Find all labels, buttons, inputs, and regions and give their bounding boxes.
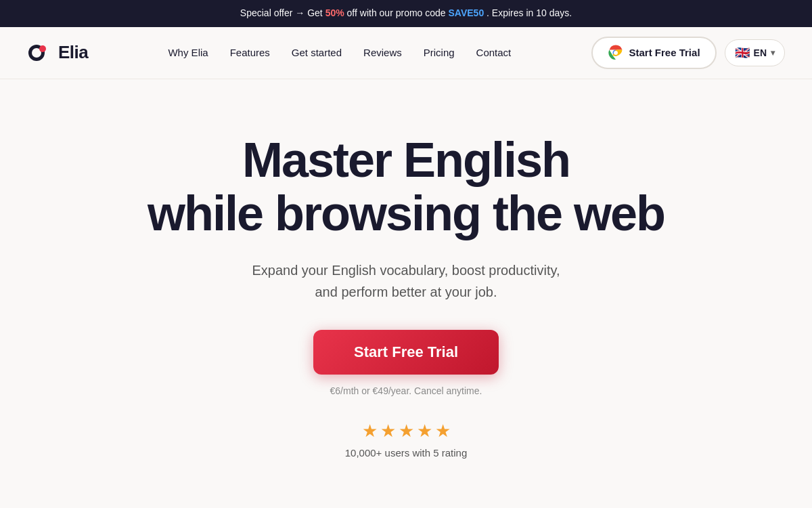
start-trial-hero-button[interactable]: Start Free Trial — [313, 330, 499, 375]
nav-item-pricing[interactable]: Pricing — [424, 47, 455, 58]
announcement-prefix: Special offer → Get — [240, 7, 325, 18]
nav-item-contact[interactable]: Contact — [476, 47, 512, 58]
nav-item-features[interactable]: Features — [230, 47, 270, 58]
nav-item-why-elia[interactable]: Why Elia — [168, 47, 208, 58]
star-3: ★ — [399, 421, 414, 442]
logo-icon — [27, 40, 53, 66]
pricing-note: €6/mth or €49/year. Cancel anytime. — [330, 385, 482, 396]
logo-link[interactable]: Elia — [27, 40, 88, 66]
nav-links: Why Elia Features Get started Reviews Pr… — [168, 47, 511, 59]
nav-item-reviews[interactable]: Reviews — [363, 47, 402, 58]
announcement-bar: Special offer → Get 50% off with our pro… — [0, 0, 812, 27]
stars-section: ★ ★ ★ ★ ★ 10,000+ users with 5 rating — [345, 421, 468, 459]
chrome-icon — [608, 45, 624, 61]
star-5: ★ — [435, 421, 451, 442]
flag-icon: 🇬🇧 — [735, 45, 750, 60]
hero-title: Master English while browsing the web — [148, 133, 664, 240]
nav-item-get-started[interactable]: Get started — [292, 47, 342, 58]
announcement-percent: 50% — [325, 7, 344, 18]
star-2: ★ — [380, 421, 396, 442]
svg-point-4 — [614, 51, 618, 55]
navbar: Elia Why Elia Features Get started Revie… — [0, 27, 812, 79]
hero-title-line1: Master English — [242, 133, 570, 187]
stars-row: ★ ★ ★ ★ ★ — [362, 421, 451, 442]
logo-text: Elia — [58, 42, 88, 63]
hero-section: Master English while browsing the web Ex… — [0, 79, 812, 499]
nav-right: Start Free Trial 🇬🇧 EN ▾ — [591, 37, 786, 69]
announcement-code: SAVE50 — [449, 7, 484, 18]
hero-title-line2: while browsing the web — [148, 186, 664, 240]
start-trial-hero-label: Start Free Trial — [354, 343, 458, 360]
rating-text: 10,000+ users with 5 rating — [345, 447, 468, 459]
start-trial-nav-button[interactable]: Start Free Trial — [591, 37, 717, 69]
star-4: ★ — [417, 421, 432, 442]
star-1: ★ — [362, 421, 378, 442]
announcement-suffix: . Expires in 10 days. — [487, 7, 572, 18]
announcement-middle: off with our promo code — [347, 7, 449, 18]
chevron-down-icon: ▾ — [771, 48, 775, 58]
lang-label: EN — [754, 47, 767, 58]
svg-point-2 — [39, 45, 46, 52]
hero-subtitle: Expand your English vocabulary, boost pr… — [252, 259, 560, 303]
language-selector[interactable]: 🇬🇧 EN ▾ — [725, 39, 785, 66]
start-trial-nav-label: Start Free Trial — [629, 47, 700, 58]
